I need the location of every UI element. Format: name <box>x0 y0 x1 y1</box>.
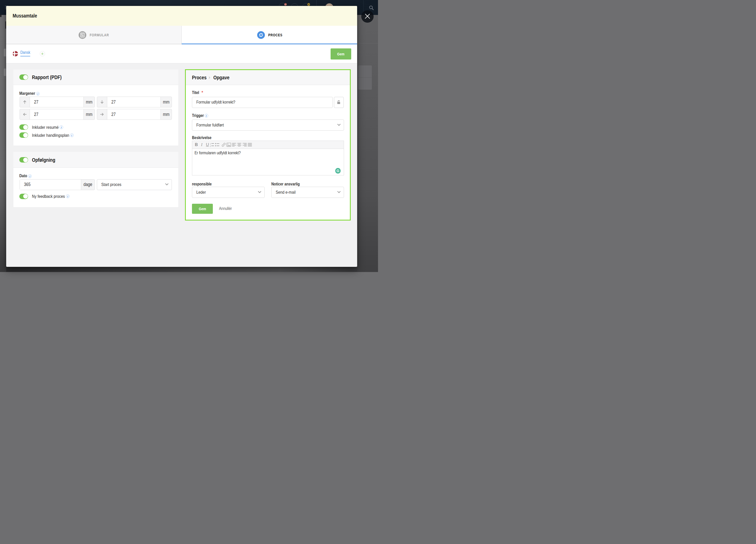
svg-text:2: 2 <box>210 145 211 147</box>
svg-text:1: 1 <box>210 143 211 145</box>
